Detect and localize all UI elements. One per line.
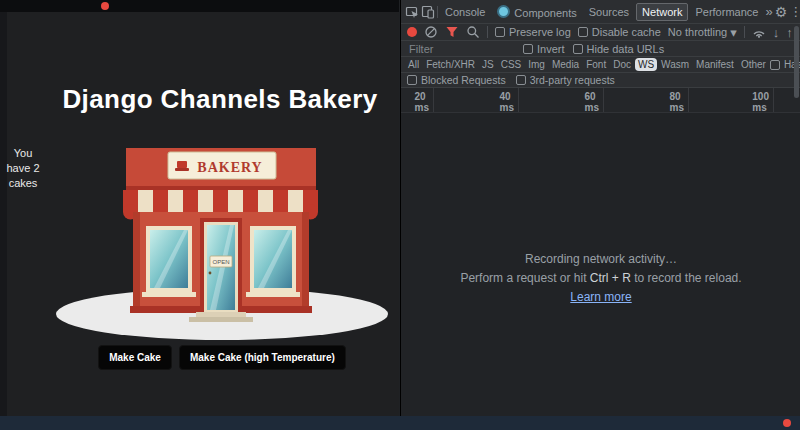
empty-state-line2: Perform a request or hit Ctrl + R to rec… <box>401 269 800 288</box>
chip-manifest[interactable]: Manifest <box>693 58 737 71</box>
divider <box>487 26 488 38</box>
window-edge <box>0 12 7 416</box>
cake-icon <box>177 161 187 168</box>
tab-components-label: Components <box>514 7 576 19</box>
tab-components[interactable]: Components <box>492 3 581 21</box>
request-type-chips-row: All Fetch/XHR JS CSS Img Media Font Doc … <box>401 57 800 73</box>
network-conditions-icon[interactable] <box>752 25 766 39</box>
learn-more-link[interactable]: Learn more <box>570 290 631 304</box>
open-sign-text: OPEN <box>212 259 229 265</box>
record-network-log-button[interactable] <box>407 27 417 37</box>
blocked-requests-row: Blocked Requests 3rd-party requests <box>401 73 800 88</box>
chip-all[interactable]: All <box>405 58 422 71</box>
checkbox-label: Disable cache <box>592 26 661 38</box>
tab-sources[interactable]: Sources <box>584 4 634 20</box>
chip-font[interactable]: Font <box>583 58 609 71</box>
make-cake-high-temp-button[interactable]: Make Cake (high Temperature) <box>179 345 346 370</box>
third-party-requests-checkbox[interactable]: 3rd-party requests <box>516 74 615 86</box>
settings-gear-icon[interactable]: ⚙ <box>775 5 788 19</box>
filter-funnel-icon[interactable] <box>445 25 459 39</box>
react-components-icon <box>497 5 510 18</box>
timeline-ruler: 20 ms 40 ms 60 ms 80 ms 100 ms <box>401 88 800 113</box>
invert-checkbox[interactable]: Invert <box>523 43 565 55</box>
network-empty-state: Recording network activity… Perform a re… <box>401 250 800 307</box>
device-toolbar-icon[interactable] <box>421 5 435 19</box>
checkbox-box <box>495 27 505 37</box>
checkbox-label: Hide data URLs <box>587 43 665 55</box>
blocked-requests-checkbox[interactable]: Blocked Requests <box>407 74 506 86</box>
tab-console[interactable]: Console <box>440 4 490 20</box>
empty-state-line1: Recording network activity… <box>401 250 800 269</box>
export-har-icon[interactable]: ↑ <box>786 26 793 39</box>
devtools-panel: Console Components Sources Network Perfo… <box>400 0 800 430</box>
preserve-log-checkbox[interactable]: Preserve log <box>495 26 571 38</box>
chip-other[interactable]: Other <box>738 58 769 71</box>
chip-img[interactable]: Img <box>525 58 548 71</box>
network-filter-row: Invert Hide data URLs <box>401 41 800 57</box>
checkbox-box <box>770 60 780 70</box>
checkbox-label: 3rd-party requests <box>530 74 615 86</box>
filter-input[interactable] <box>407 42 515 56</box>
button-row: Make Cake Make Cake (high Temperature) <box>45 345 399 370</box>
chevron-down-icon: ▾ <box>730 26 737 39</box>
make-cake-button[interactable]: Make Cake <box>98 345 172 370</box>
ctrl-r-shortcut: Ctrl + R <box>590 271 631 285</box>
clear-network-log-icon[interactable] <box>424 25 438 39</box>
scrollbar-thumb[interactable] <box>794 26 799 98</box>
page-title: Django Channels Bakery <box>45 84 395 115</box>
divider <box>744 26 745 38</box>
inspect-element-icon[interactable] <box>405 5 419 19</box>
tab-network[interactable]: Network <box>636 3 688 21</box>
screen: Django Channels Bakery You have 2 cakes <box>0 0 800 430</box>
throttling-value: No throttling <box>668 26 727 38</box>
checkbox-label: Invert <box>537 43 565 55</box>
bakery-page: Django Channels Bakery You have 2 cakes <box>0 0 399 430</box>
hide-data-urls-checkbox[interactable]: Hide data URLs <box>573 43 665 55</box>
tab-performance[interactable]: Performance <box>690 4 763 20</box>
checkbox-label: Blocked Requests <box>421 74 506 86</box>
search-icon[interactable] <box>466 25 480 39</box>
chip-css[interactable]: CSS <box>498 58 525 71</box>
more-tabs-icon[interactable]: » <box>765 5 772 18</box>
chip-wasm[interactable]: Wasm <box>658 58 692 71</box>
checkbox-box <box>573 44 583 54</box>
checkbox-box <box>578 27 588 37</box>
recording-indicator-icon <box>101 2 109 10</box>
bakery-sign-text: BAKERY <box>197 160 262 175</box>
disable-cache-checkbox[interactable]: Disable cache <box>578 26 661 38</box>
cake-counter: You have 2 cakes <box>2 146 44 191</box>
throttling-dropdown[interactable]: No throttling ▾ <box>668 26 737 39</box>
checkbox-box <box>523 44 533 54</box>
checkbox-box <box>407 75 417 85</box>
divider <box>437 6 438 18</box>
chip-fetch-xhr[interactable]: Fetch/XHR <box>423 58 478 71</box>
bottom-bar <box>0 416 800 430</box>
chip-ws[interactable]: WS <box>635 58 657 71</box>
checkbox-box <box>516 75 526 85</box>
kebab-menu-icon[interactable]: ⋮ <box>789 5 800 18</box>
door-handle <box>209 272 212 275</box>
import-har-icon[interactable]: ↓ <box>773 26 780 39</box>
bakery-illustration: BAKERY OPEN <box>50 136 395 342</box>
network-controls-row: Preserve log Disable cache No throttling… <box>401 24 800 41</box>
recording-indicator-icon <box>783 419 791 427</box>
checkbox-label: Preserve log <box>509 26 571 38</box>
devtools-tabbar: Console Components Sources Network Perfo… <box>401 0 800 24</box>
chip-doc[interactable]: Doc <box>610 58 634 71</box>
chip-js[interactable]: JS <box>479 58 497 71</box>
chip-media[interactable]: Media <box>549 58 582 71</box>
top-bar <box>0 0 399 12</box>
